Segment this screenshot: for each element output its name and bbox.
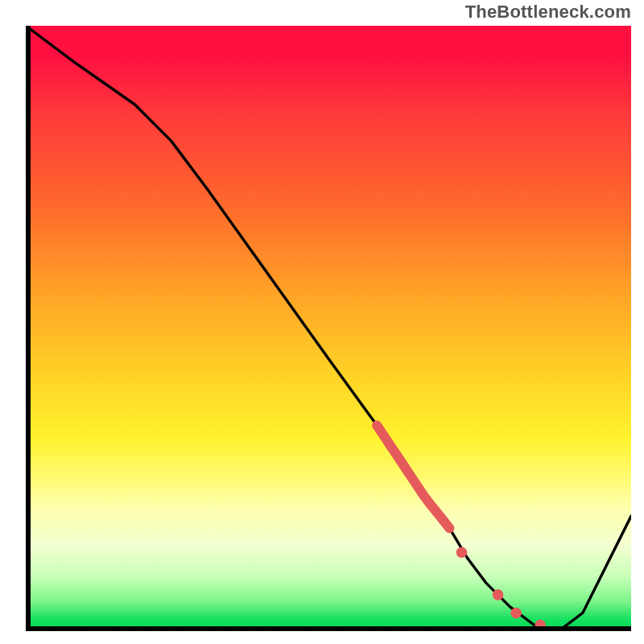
chart-container: TheBottleneck.com: [0, 0, 644, 644]
curve-layer: [26, 26, 631, 631]
highlight-dot: [493, 589, 504, 601]
highlight-dot: [535, 620, 546, 631]
plot-area: [26, 26, 631, 631]
highlight-segment: [377, 425, 449, 528]
bottleneck-curve: [26, 26, 631, 631]
highlight-dot: [510, 608, 522, 619]
watermark-text: TheBottleneck.com: [465, 2, 631, 23]
highlight-dot: [456, 547, 468, 558]
